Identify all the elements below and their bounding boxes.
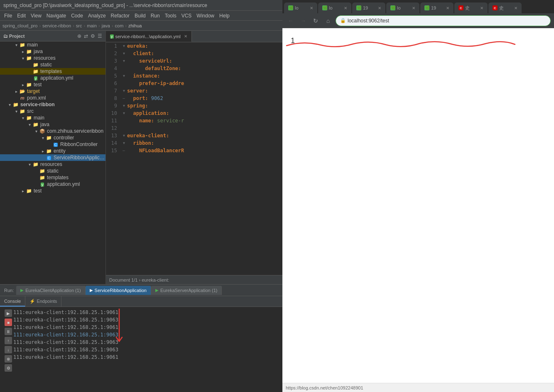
menu-tools[interactable]: Tools [162, 11, 179, 20]
console-body: ▶ ■ ⏸ ↑ ↓ ⊗ ⚙ 111:eureka-client:192.168.… [0, 307, 282, 392]
tree-item-static2[interactable]: 📁 static [0, 168, 105, 174]
browser-tab-7[interactable]: C 史 ✕ [488, 2, 522, 13]
code-content[interactable]: 1 ▾ eureka: 2 ▾ client: 3 ▾ serviceUrl: … [106, 42, 282, 275]
console-clear-icon[interactable]: ⊗ [5, 355, 12, 363]
menu-analyze[interactable]: Analyze [86, 11, 108, 20]
breadcrumb-src[interactable]: src [76, 23, 82, 28]
console-scroll-top-icon[interactable]: ↑ [5, 337, 12, 344]
browser-tab-2[interactable]: 🌿 lo ✕ [318, 2, 351, 13]
tab-close-1[interactable]: ✕ [310, 6, 313, 10]
tree-item-com-pkg[interactable]: ▾ 📦 com.zhihua.serviceribbon [0, 128, 105, 134]
folder-icon-java: 📁 [26, 49, 32, 54]
menu-file[interactable]: File [2, 11, 15, 20]
tree-item-main[interactable]: ▾ 📁 main [0, 41, 105, 48]
tree-item-test1[interactable]: ▸ 📁 test [0, 81, 105, 88]
tab-close-6[interactable]: ✕ [480, 6, 483, 10]
tree-item-application-yml2[interactable]: y application.yml [0, 181, 105, 187]
browser-tab-1[interactable]: 🌿 lo ✕ [284, 2, 317, 13]
browser-home-btn[interactable]: ⌂ [323, 16, 333, 26]
code-line-15: 15 – NFLoadBalancerR [106, 147, 282, 154]
console-tab-endpoints[interactable]: ⚡ Endpoints [25, 296, 61, 307]
menu-build[interactable]: Build [132, 11, 148, 20]
tree-icon-gear[interactable]: ⚙ [91, 33, 95, 39]
code-line-5: 5 ▾ instance: [106, 72, 282, 80]
tree-item-entity[interactable]: ▸ 📁 entity [0, 148, 105, 154]
browser-tab-6[interactable]: C 史 ✕ [454, 2, 488, 13]
menu-refactor[interactable]: Refactor [108, 11, 132, 20]
console-pause-icon[interactable]: ⏸ [5, 328, 12, 335]
breadcrumb-com[interactable]: com [115, 23, 124, 28]
run-tab-icon-2: ▶ [90, 288, 93, 292]
tree-item-ribbon-controller[interactable]: C RibbonController [0, 141, 105, 148]
breadcrumb-java[interactable]: java [102, 23, 110, 28]
tree-item-java2[interactable]: ▾ 📁 java [0, 121, 105, 128]
tree-arrow-main: ▾ [13, 43, 19, 47]
breadcrumb-service-ribbon[interactable]: service-ribbon [42, 23, 71, 28]
menu-code[interactable]: Code [69, 11, 86, 20]
menu-vcs[interactable]: VCS [179, 11, 194, 20]
tree-item-service-ribbon-app[interactable]: C ServiceRibbonApplica... [0, 154, 105, 161]
tab-text-1: lo [295, 5, 299, 10]
menu-run[interactable]: Run [148, 11, 162, 20]
tree-item-java[interactable]: ▸ 📁 java [0, 48, 105, 55]
tree-item-application-yml1[interactable]: y application.yml [0, 75, 105, 81]
browser-refresh-btn[interactable]: ↻ [311, 16, 321, 26]
run-tab-eureka-server[interactable]: ▶ EurekaServerApplication (1) [151, 286, 222, 295]
tree-label-resources: resources [34, 55, 56, 61]
ide-panel: spring_cloud_pro [D:\java\work_idea\spri… [0, 0, 282, 392]
tree-item-controller[interactable]: ▾ 📁 controller [0, 134, 105, 141]
folder-icon-templates: 📁 [32, 69, 39, 74]
tree-item-service-ribbon[interactable]: ▾ 📁 service-ribbon [0, 101, 105, 108]
browser-tab-4[interactable]: 🌿 lo ✕ [386, 2, 419, 13]
tree-item-target[interactable]: ▸ 📂 target [0, 88, 105, 95]
breadcrumb-spring-cloud-pro[interactable]: spring_cloud_pro [2, 23, 37, 28]
menu-view[interactable]: View [28, 11, 44, 20]
tree-item-templates[interactable]: 📁 templates [0, 68, 105, 75]
run-tab-service-ribbon[interactable]: ▶ ServiceRibbonApplication [86, 286, 151, 295]
address-lock-icon: 🔒 [340, 18, 346, 23]
tree-icon-hide[interactable]: ☰ [98, 33, 102, 39]
tab-close-7[interactable]: ✕ [514, 6, 517, 10]
tab-close-5[interactable]: ✕ [446, 6, 449, 10]
editor-tab-application-yml[interactable]: y service-ribbon\...\application.yml ✕ [106, 31, 192, 42]
tree-item-src2[interactable]: ▾ 📁 src [0, 108, 105, 114]
tree-item-test2[interactable]: ▸ 📁 test [0, 187, 105, 194]
menu-help[interactable]: Help [217, 11, 232, 20]
browser-statusbar: https://blog.csdn.net/chen1092248901 [282, 383, 554, 392]
tree-item-resources[interactable]: ▾ 📁 resources [0, 55, 105, 61]
tree-icon-plus[interactable]: ⊕ [77, 33, 81, 39]
browser-back-btn[interactable]: ← [286, 16, 296, 26]
menu-window[interactable]: Window [194, 11, 217, 20]
browser-address-bar[interactable]: 🔒 localhost:9062/test [336, 15, 551, 26]
project-tree-title: 🗂 Project [3, 34, 25, 39]
tree-item-main2[interactable]: ▾ 📁 main [0, 114, 105, 121]
console-scroll-end-icon[interactable]: ↓ [5, 346, 12, 353]
console-line-7: 111:eureka-client:192.168.25.1:9061 [13, 353, 279, 361]
breadcrumb-zhihua[interactable]: zhihua [128, 23, 142, 28]
run-tab-eureka-client[interactable]: ▶ EurekaClientApplication (1) [16, 286, 85, 295]
tree-item-static[interactable]: 📁 static [0, 61, 105, 68]
browser-tab-5[interactable]: 🌿 19 ✕ [420, 2, 453, 13]
tree-label-ribbon-app: ServiceRibbonApplica... [54, 155, 105, 161]
menu-edit[interactable]: Edit [15, 11, 28, 20]
console-stop-icon[interactable]: ■ [5, 319, 12, 326]
console-settings-icon[interactable]: ⚙ [5, 364, 12, 372]
folder-icon-test2: 📁 [26, 188, 32, 194]
tab-close-2[interactable]: ✕ [344, 6, 347, 10]
run-tabs-row: Run: ▶ EurekaClientApplication (1) ▶ Ser… [0, 285, 282, 296]
breadcrumb-main[interactable]: main [87, 23, 97, 28]
tree-item-pom[interactable]: m pom.xml [0, 95, 105, 101]
console-run-icon[interactable]: ▶ [5, 309, 12, 317]
console-tab-console[interactable]: Console [0, 296, 25, 307]
tree-icon-sync[interactable]: ⇄ [84, 33, 88, 39]
tree-item-resources2[interactable]: ▾ 📁 resources [0, 161, 105, 168]
tab-close-3[interactable]: ✕ [378, 6, 381, 10]
tab-close-4[interactable]: ✕ [412, 6, 415, 10]
tab-close-btn[interactable]: ✕ [184, 34, 187, 39]
browser-forward-btn[interactable]: → [298, 16, 308, 26]
menu-navigate[interactable]: Navigate [44, 11, 69, 20]
tree-arrow-src2: ▾ [13, 109, 19, 114]
tree-item-templates2[interactable]: 📁 templates [0, 174, 105, 181]
run-tab-label-2: ServiceRibbonApplication [95, 288, 147, 293]
browser-tab-3[interactable]: 🌿 19 ✕ [352, 2, 385, 13]
